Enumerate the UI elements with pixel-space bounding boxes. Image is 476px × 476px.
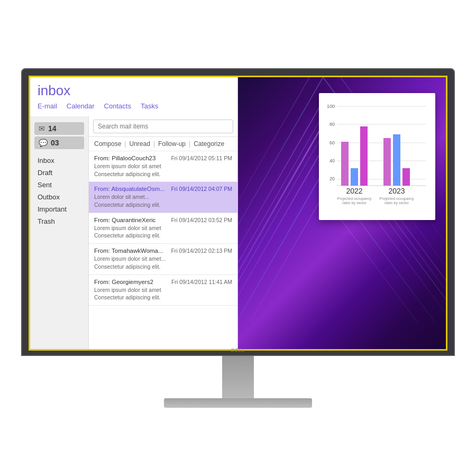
nav-tabs: E-mail Calendar Contacts Tasks [38,101,230,111]
tab-calendar[interactable]: Calendar [67,101,95,111]
email-app: inbox E-mail Calendar Contacts Tasks ✉ 1… [30,77,238,349]
screen-area: inbox E-mail Calendar Contacts Tasks ✉ 1… [29,76,447,351]
svg-rect-13 [360,126,368,186]
svg-rect-11 [341,142,349,186]
action-compose[interactable]: Compose [94,140,121,148]
svg-text:rates by sector: rates by sector [342,201,367,205]
email-item-header: From: AbsquatulateOsm... Fri 09/14/2012 … [94,186,232,192]
svg-rect-15 [393,134,400,186]
email-from: From: PillalooCouch23 [94,155,155,161]
action-bar: Compose | Unread | Follow-up | Categoriz… [89,137,237,151]
email-from: From: Georgiemyers2 [94,279,153,285]
action-followup[interactable]: Follow-up [158,140,186,148]
sidebar-item-draft[interactable]: Draft [30,167,88,179]
sidebar-item-outbox[interactable]: Outbox [30,191,88,203]
svg-text:40: 40 [329,158,335,163]
svg-text:rates by sector: rates by sector [385,201,409,205]
svg-rect-14 [383,138,391,186]
svg-rect-12 [351,168,358,186]
sep3: | [189,140,190,148]
email-from: From: AbsquatulateOsm... [94,186,165,192]
bar-chart: 100 80 60 40 20 [325,98,429,209]
email-header: inbox E-mail Calendar Contacts Tasks [30,77,237,116]
email-item[interactable]: From: QuarantineXeric Fri 09/14/2012 03:… [89,213,237,244]
sidebar-nav: Inbox Draft Sent Outbox Important Trash [30,154,88,227]
svg-text:Projected occupancy: Projected occupancy [380,197,414,201]
email-item-header: From: QuarantineXeric Fri 09/14/2012 03:… [94,217,232,223]
sidebar-item-trash[interactable]: Trash [30,215,88,227]
sidebar: ✉ 14 💬 03 Inbox Draft Sent Outbox I [30,116,88,349]
action-unread[interactable]: Unread [129,140,150,148]
email-item-header: From: PillalooCouch23 Fri 09/14/2012 05:… [94,155,232,161]
search-input[interactable] [93,120,233,133]
svg-text:2023: 2023 [388,187,405,195]
sidebar-item-inbox[interactable]: Inbox [30,154,88,167]
right-panel: 100 80 60 40 20 [238,77,446,349]
svg-text:80: 80 [329,122,335,127]
email-item[interactable]: From: TomahawkWoma... Fri 09/14/2012 02:… [89,244,237,274]
email-date: Fri 09/14/2012 11:41 AM [171,279,232,285]
action-categorize[interactable]: Categorize [194,140,224,148]
badge-chat: 💬 03 [34,136,84,149]
chat-icon: 💬 [39,139,48,147]
sep2: | [153,140,155,148]
email-item[interactable]: From: PillalooCouch23 Fri 09/14/2012 05:… [89,151,237,182]
email-body: ✉ 14 💬 03 Inbox Draft Sent Outbox I [30,116,237,349]
email-from: From: TomahawkWoma... [94,248,163,254]
email-date: Fri 09/14/2012 04:07 PM [171,186,232,192]
email-list[interactable]: Compose | Unread | Follow-up | Categoriz… [88,116,237,349]
monitor-stand-base [164,398,312,408]
email-item-selected[interactable]: From: AbsquatulateOsm... Fri 09/14/2012 … [89,182,237,213]
email-item[interactable]: From: Georgiemyers2 Fri 09/14/2012 11:41… [89,275,237,306]
svg-text:60: 60 [329,140,335,145]
email-date: Fri 09/14/2012 03:52 PM [171,217,232,223]
email-icon: ✉ [39,124,45,133]
email-from: From: QuarantineXeric [94,217,155,223]
sidebar-item-important[interactable]: Important [30,203,88,215]
dell-logo: DELL [231,347,245,353]
svg-rect-16 [402,168,410,186]
email-body-preview: Lorem ipsum dolor sit amet Consectetur a… [94,286,232,301]
email-body-preview: Lorem ipsum dolor sit amet... Consectetu… [94,255,232,270]
tab-contacts[interactable]: Contacts [104,101,131,111]
tab-tasks[interactable]: Tasks [141,101,158,111]
email-body-preview: Lorem ipsum dolor sit amet Consectetur a… [94,162,232,178]
email-item-header: From: TomahawkWoma... Fri 09/14/2012 02:… [94,248,232,254]
email-date: Fri 09/14/2012 05:11 PM [171,155,232,161]
monitor-stand-neck [222,356,254,398]
email-count: 14 [48,124,57,133]
monitor-wrapper: inbox E-mail Calendar Contacts Tasks ✉ 1… [11,68,465,408]
email-item-header: From: Georgiemyers2 Fri 09/14/2012 11:41… [94,279,232,285]
svg-text:Projected occupancy: Projected occupancy [337,197,372,201]
svg-text:2022: 2022 [346,187,362,195]
search-bar [89,116,237,137]
monitor-frame: inbox E-mail Calendar Contacts Tasks ✉ 1… [21,68,455,356]
email-date: Fri 09/14/2012 02:13 PM [171,248,232,254]
svg-text:100: 100 [327,104,335,109]
sep1: | [124,140,126,148]
chat-count: 03 [51,139,59,147]
sidebar-item-sent[interactable]: Sent [30,179,88,191]
inbox-title: inbox [38,83,230,99]
badge-email: ✉ 14 [34,122,84,135]
email-body-preview: Lorem ipsum dolor sit amet Consectetur a… [94,224,232,240]
email-body-preview: Lorem dolor sit amet... Consectetur adip… [94,193,232,208]
svg-text:20: 20 [329,176,335,181]
chart-card: 100 80 60 40 20 [319,93,435,220]
tab-email[interactable]: E-mail [38,101,57,111]
